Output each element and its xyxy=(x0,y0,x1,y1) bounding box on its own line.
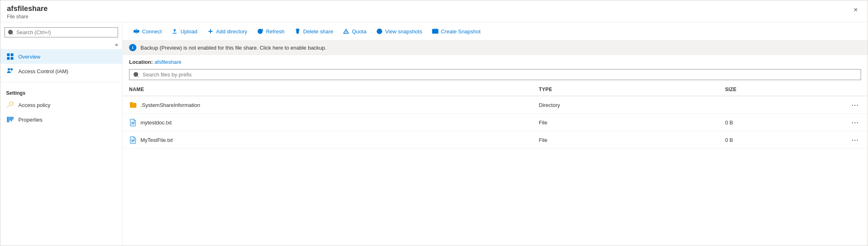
sidebar-item-iam-label: Access Control (IAM) xyxy=(18,68,68,74)
row3-type: File xyxy=(533,131,719,149)
row2-type: File xyxy=(533,114,719,131)
quota-label: Quota xyxy=(352,28,366,35)
create-snapshot-label: Create Snapshot xyxy=(441,28,481,35)
delete-share-button[interactable]: Delete share xyxy=(290,26,338,37)
row3-more-button[interactable]: ⋯ xyxy=(849,135,861,144)
sidebar-item-properties-label: Properties xyxy=(18,117,42,123)
file-search-icon xyxy=(134,72,139,78)
table-row: MyTestFile.txt File 0 B ⋯ xyxy=(123,131,868,149)
window-title: afsfileshare xyxy=(7,4,48,13)
row1-size xyxy=(719,96,831,114)
info-icon: i xyxy=(129,44,136,51)
svg-rect-3 xyxy=(11,57,13,60)
sidebar-item-iam[interactable]: Access Control (IAM) xyxy=(0,64,122,78)
col-header-type: TYPE xyxy=(533,83,719,96)
row2-actions: ⋯ xyxy=(831,114,868,131)
create-snapshot-button[interactable]: Create Snapshot xyxy=(428,26,485,37)
location-row: Location: afsfileshare xyxy=(123,55,868,69)
sidebar-item-overview-label: Overview xyxy=(18,54,40,60)
refresh-label: Refresh xyxy=(266,28,285,35)
svg-rect-13 xyxy=(135,31,138,32)
view-snapshots-label: View snapshots xyxy=(385,28,422,35)
row1-more-button[interactable]: ⋯ xyxy=(849,100,861,109)
window-subtitle: File share xyxy=(7,14,48,20)
table-row: .SystemShareInformation Directory ⋯ xyxy=(123,96,868,114)
svg-rect-6 xyxy=(7,117,8,122)
row1-actions: ⋯ xyxy=(831,96,868,114)
connect-button[interactable]: Connect xyxy=(129,26,166,37)
quota-button[interactable]: Quota xyxy=(339,26,370,37)
svg-rect-10 xyxy=(13,117,13,120)
file-search-input[interactable] xyxy=(142,72,857,78)
refresh-button[interactable]: Refresh xyxy=(253,26,289,37)
info-bar[interactable]: i Backup (Preview) is not enabled for th… xyxy=(123,41,868,55)
location-link[interactable]: afsfileshare xyxy=(154,59,181,65)
row2-size: 0 B xyxy=(719,114,831,131)
svg-rect-12 xyxy=(138,30,139,33)
table-row: mytestdoc.txt File 0 B ⋯ xyxy=(123,114,868,131)
sidebar-item-properties[interactable]: Properties xyxy=(0,112,122,127)
settings-divider xyxy=(0,82,122,82)
window: afsfileshare File share × « xyxy=(0,0,868,246)
svg-rect-7 xyxy=(9,117,9,122)
view-snapshots-button[interactable]: View snapshots xyxy=(372,26,426,37)
file-txt-icon-2 xyxy=(129,136,137,144)
toolbar: Connect Upload Add directory xyxy=(123,22,868,41)
svg-rect-2 xyxy=(7,57,10,60)
info-text: Backup (Preview) is not enabled for this… xyxy=(140,45,327,51)
row1-name[interactable]: .SystemShareInformation xyxy=(140,102,200,108)
upload-button[interactable]: Upload xyxy=(167,26,201,37)
settings-section-label: Settings xyxy=(0,85,122,98)
sidebar-search-icon xyxy=(8,30,14,35)
view-snapshots-icon xyxy=(376,28,383,35)
main-area: « Overview xyxy=(0,22,868,246)
sidebar-item-access-policy-label: Access policy xyxy=(18,102,50,108)
row2-name[interactable]: mytestdoc.txt xyxy=(140,120,172,126)
svg-point-5 xyxy=(11,68,13,71)
add-directory-button[interactable]: Add directory xyxy=(203,26,252,37)
row3-size: 0 B xyxy=(719,131,831,149)
iam-icon xyxy=(6,67,14,75)
properties-icon xyxy=(6,115,14,124)
title-bar: afsfileshare File share × xyxy=(0,0,868,22)
row2-more-button[interactable]: ⋯ xyxy=(849,118,861,127)
add-directory-icon xyxy=(207,28,214,35)
col-header-size: SIZE xyxy=(719,83,831,96)
collapse-icon[interactable]: « xyxy=(115,41,118,48)
svg-point-15 xyxy=(346,33,347,33)
sidebar-item-access-policy[interactable]: Access policy xyxy=(0,98,122,112)
close-button[interactable]: × xyxy=(850,4,861,15)
refresh-icon xyxy=(257,28,263,35)
sidebar-search-input[interactable] xyxy=(16,29,114,35)
file-name-cell: mytestdoc.txt xyxy=(123,114,533,131)
file-name-cell: .SystemShareInformation xyxy=(123,96,533,114)
title-info: afsfileshare File share xyxy=(7,4,48,20)
upload-icon xyxy=(171,28,178,35)
content-area: Connect Upload Add directory xyxy=(123,22,868,246)
row3-actions: ⋯ xyxy=(831,131,868,149)
sidebar-item-overview[interactable]: Overview xyxy=(0,49,122,64)
connect-icon xyxy=(133,28,140,35)
file-table: NAME TYPE SIZE xyxy=(123,83,868,149)
row3-name[interactable]: MyTestFile.txt xyxy=(140,137,173,143)
add-directory-label: Add directory xyxy=(216,28,248,35)
folder-icon xyxy=(129,101,137,109)
connect-label: Connect xyxy=(142,28,162,35)
delete-share-label: Delete share xyxy=(303,28,333,35)
location-label: Location: xyxy=(129,59,153,65)
key-icon xyxy=(6,101,14,109)
create-snapshot-icon xyxy=(432,28,438,35)
svg-rect-9 xyxy=(11,117,12,121)
file-table-container: NAME TYPE SIZE xyxy=(123,83,868,246)
file-name-cell: MyTestFile.txt xyxy=(123,131,533,149)
quota-icon xyxy=(343,28,349,35)
col-header-actions xyxy=(831,83,868,96)
file-txt-icon xyxy=(129,118,137,126)
svg-rect-11 xyxy=(134,30,135,33)
svg-rect-1 xyxy=(11,53,13,56)
file-search-box xyxy=(129,69,861,80)
svg-rect-0 xyxy=(7,53,10,56)
delete-icon xyxy=(294,28,301,35)
upload-label: Upload xyxy=(180,28,197,35)
overview-icon xyxy=(6,52,14,61)
